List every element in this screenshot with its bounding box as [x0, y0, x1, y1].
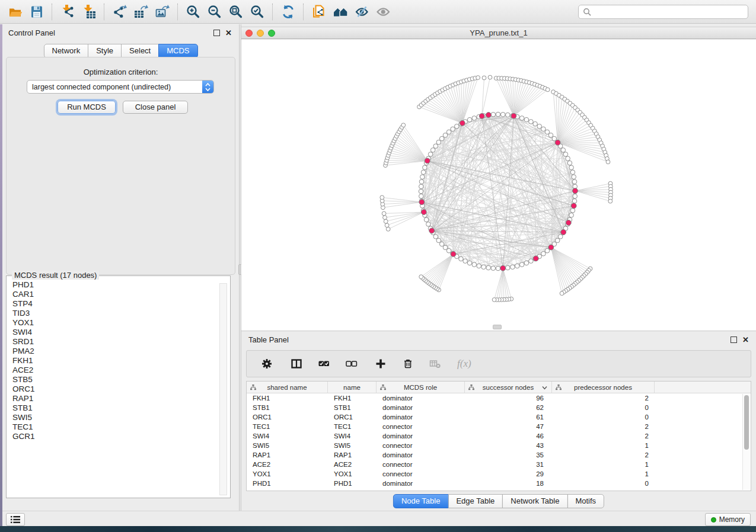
table-cell: 96	[465, 395, 552, 402]
network-canvas[interactable]	[241, 40, 756, 331]
tab-network[interactable]: Network	[43, 44, 88, 58]
zoom-out-button[interactable]	[204, 2, 225, 21]
status-bar: Memory	[2, 511, 756, 526]
new-network-from-selection-button[interactable]	[308, 2, 330, 21]
import-network-button[interactable]	[57, 2, 78, 21]
import-network-icon	[60, 4, 75, 20]
mcds-result-item[interactable]: CAR1	[12, 290, 224, 299]
table-row[interactable]: RAP1RAP1dominator352	[247, 450, 751, 460]
tab-edge-table[interactable]: Edge Table	[448, 494, 503, 508]
add-button[interactable]	[370, 355, 393, 373]
column-header-MCDS-role[interactable]: MCDS role	[377, 382, 465, 393]
open-file-button[interactable]	[5, 2, 26, 21]
float-table-panel-icon[interactable]	[731, 336, 737, 343]
float-panel-icon[interactable]	[213, 30, 220, 36]
mcds-result-item[interactable]: SRD1	[12, 337, 224, 347]
table-row[interactable]: STB1STB1dominator620	[247, 403, 751, 412]
task-history-button[interactable]	[6, 513, 25, 526]
list-icon	[11, 516, 20, 523]
mcds-result-item[interactable]: STP4	[12, 299, 224, 309]
table-cell: connector	[377, 461, 465, 468]
table-cell: dominator	[377, 404, 465, 411]
mcds-result-item[interactable]: TID3	[12, 309, 224, 318]
deselect-all-button[interactable]	[340, 355, 363, 373]
close-table-panel-icon[interactable]: ✕	[742, 337, 749, 342]
zoom-in-button[interactable]	[183, 2, 204, 21]
run-mcds-button[interactable]: Run MCDS	[58, 101, 116, 114]
save-session-button[interactable]	[26, 2, 47, 21]
tab-mcds[interactable]: MCDS	[158, 44, 197, 58]
delete-table-button	[425, 355, 447, 373]
mcds-result-item[interactable]: GCR1	[12, 432, 224, 441]
mcds-result-item[interactable]: FKH1	[12, 356, 224, 366]
mcds-result-item[interactable]: YOX1	[12, 318, 224, 328]
mcds-result-item[interactable]: PHD1	[12, 280, 224, 290]
hide-details-button[interactable]	[351, 2, 372, 21]
tab-select[interactable]: Select	[121, 44, 159, 58]
memory-button[interactable]: Memory	[705, 513, 751, 526]
table-row[interactable]: YOX1YOX1connector291	[247, 469, 751, 479]
export-network-button[interactable]	[109, 2, 130, 21]
column-header-shared-name[interactable]: shared name	[247, 382, 328, 393]
tab-node-table[interactable]: Node Table	[393, 494, 449, 508]
mcds-result-item[interactable]: TEC1	[12, 422, 224, 432]
table-cell: dominator	[377, 414, 465, 421]
mcds-result-item[interactable]: RAP1	[12, 394, 224, 403]
delete-button[interactable]	[397, 355, 420, 373]
export-table-icon	[133, 4, 149, 20]
tab-motifs[interactable]: Motifs	[567, 494, 604, 508]
mcds-result-item[interactable]: STB5	[12, 375, 224, 384]
mcds-result-item[interactable]: STB1	[12, 403, 224, 413]
table-scrollbar[interactable]	[742, 394, 750, 490]
minimize-window-icon[interactable]	[257, 30, 264, 37]
mcds-result-scrollbar[interactable]	[219, 283, 227, 495]
mcds-result-item[interactable]: SWI4	[12, 328, 224, 337]
zoom-fit-button[interactable]	[225, 2, 247, 21]
table-row[interactable]: TEC1TEC1connector472	[247, 422, 751, 431]
show-details-button[interactable]	[372, 2, 394, 21]
toolbar-separator	[52, 4, 53, 20]
horizontal-splitter-grip[interactable]	[493, 325, 502, 329]
column-header-successor-nodes[interactable]: successor nodes	[465, 382, 552, 393]
maximize-window-icon[interactable]	[268, 30, 275, 37]
search-input[interactable]	[594, 6, 748, 18]
table-row[interactable]: PHD1PHD1dominator180	[247, 479, 751, 488]
gear-button[interactable]	[256, 355, 279, 373]
main-toolbar	[0, 0, 756, 24]
table-scrollbar-thumb[interactable]	[744, 395, 749, 450]
close-panel-button[interactable]: Close panel	[123, 101, 188, 114]
mcds-result-box: MCDS result (17 nodes) PHD1CAR1STP4TID3Y…	[6, 275, 231, 498]
close-panel-icon[interactable]: ✕	[225, 30, 232, 36]
table-body: FKH1FKH1dominator962STB1STB1dominator620…	[247, 393, 751, 488]
mcds-result-item[interactable]: ORC1	[12, 384, 224, 394]
select-all-button[interactable]	[313, 355, 336, 373]
deselect-all-icon	[343, 358, 361, 369]
table-cell: 47	[465, 423, 552, 430]
control-panel: Control Panel ✕ NetworkStyleSelectMCDS O…	[2, 24, 239, 511]
zoom-selected-icon	[250, 4, 265, 20]
table-cell: dominator	[377, 432, 465, 440]
export-table-button[interactable]	[130, 2, 152, 21]
mcds-result-item[interactable]: ACE2	[12, 366, 224, 375]
tab-network-table[interactable]: Network Table	[502, 494, 567, 508]
column-header-predecessor-nodes[interactable]: predecessor nodes	[552, 382, 655, 393]
save-session-icon	[29, 4, 44, 20]
close-window-icon[interactable]	[245, 30, 253, 37]
optimization-criterion-select[interactable]: largest connected component (undirected)	[27, 80, 214, 94]
first-neighbors-button[interactable]	[330, 2, 351, 21]
export-image-button[interactable]	[152, 2, 173, 21]
table-row[interactable]: FKH1FKH1dominator962	[247, 393, 751, 403]
table-row[interactable]: SWI4SWI4dominator462	[247, 431, 751, 441]
table-row[interactable]: ORC1ORC1dominator610	[247, 412, 751, 422]
apply-layout-button[interactable]	[277, 2, 299, 21]
mcds-result-item[interactable]: PMA2	[12, 347, 224, 356]
tab-style[interactable]: Style	[88, 44, 122, 58]
mcds-result-item[interactable]: SWI5	[12, 413, 224, 422]
search-box[interactable]	[578, 5, 748, 19]
zoom-selected-button[interactable]	[247, 2, 268, 21]
table-row[interactable]: ACE2ACE2connector311	[247, 460, 751, 469]
columns-button[interactable]	[286, 355, 308, 373]
column-header-name[interactable]: name	[328, 382, 377, 393]
table-row[interactable]: SWI5SWI5connector431	[247, 441, 751, 450]
import-table-button[interactable]	[78, 2, 100, 21]
